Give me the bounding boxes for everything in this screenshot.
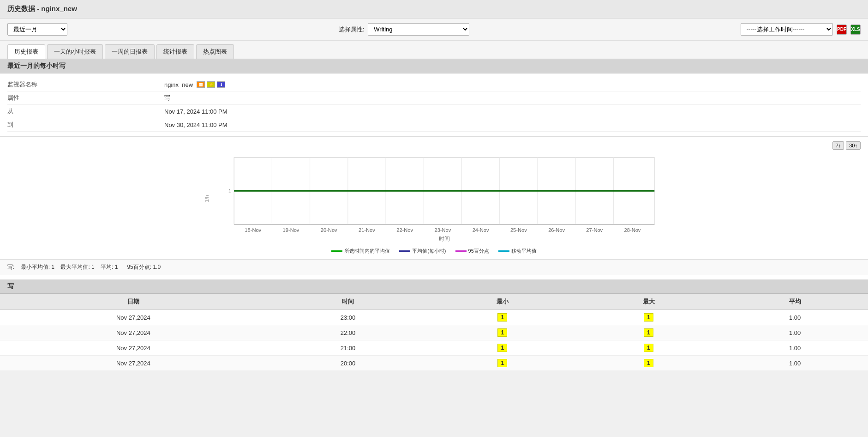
cell-avg: 1.00 xyxy=(722,325,868,340)
table-row: Nov 27,2024 21:00 1 1 1.00 xyxy=(0,340,868,356)
attr-label-cell: 属性 xyxy=(7,94,164,102)
monitor-name-text: nginx_new xyxy=(164,81,193,88)
from-row: 从 Nov 17, 2024 11:00 PM xyxy=(7,105,861,118)
pdf-export-button[interactable]: PDF xyxy=(837,24,847,35)
cell-min: 1 xyxy=(429,340,575,356)
svg-text:24-Nov: 24-Nov xyxy=(473,227,489,233)
monitor-icons: ▦ ⚡ ℹ xyxy=(197,81,225,88)
tab-daily[interactable]: 一周的日报表 xyxy=(105,44,155,59)
period-select[interactable]: 最近一月最近一周最近一天最近三月 xyxy=(7,23,67,36)
monitor-name-row: 监视器名称 nginx_new ▦ ⚡ ℹ xyxy=(7,78,861,91)
monitor-name-value: nginx_new ▦ ⚡ ℹ xyxy=(164,80,861,89)
legend-p95: 95百分点 xyxy=(455,248,489,255)
line-chart-icon[interactable]: ⚡ xyxy=(207,81,215,88)
svg-text:1: 1 xyxy=(228,188,232,194)
stats-p95: 95百分点: 1.0 xyxy=(127,264,161,270)
time-and-export-container: -----选择工作时间------ PDF XLS xyxy=(741,23,861,36)
cell-max: 1 xyxy=(575,340,722,356)
chart-container: 1 1/h 18-Nov 19-Nov 20-Nov 21-Nov 22-Nov… xyxy=(7,152,861,245)
to-label: 到 xyxy=(7,121,164,129)
toolbar: 最近一月最近一周最近一天最近三月 选择属性: WritingReading --… xyxy=(0,18,868,41)
legend-avg-hourly-line xyxy=(399,250,410,252)
data-table-header: 写 xyxy=(0,279,868,294)
col-max: 最大 xyxy=(575,294,722,310)
legend-p95-line xyxy=(455,250,467,252)
legend-avg-all-line xyxy=(331,250,342,252)
legend-moving-avg-label: 移动平均值 xyxy=(511,248,537,255)
attr-label: 选择属性: xyxy=(339,25,365,34)
data-table: 日期 时间 最小 最大 平均 Nov 27,2024 23:00 1 1 1.0… xyxy=(0,294,868,371)
chart-legend: 所选时间内的平均值 平均值(每小时) 95百分点 移动平均值 xyxy=(7,248,861,255)
monitor-name-label: 监视器名称 xyxy=(7,80,164,89)
period-selector-container: 最近一月最近一周最近一天最近三月 xyxy=(7,23,67,36)
chart-area: 7↑ 30↑ xyxy=(0,137,868,259)
svg-text:18-Nov: 18-Nov xyxy=(245,227,261,233)
tab-heatmap[interactable]: 热点图表 xyxy=(196,44,234,59)
col-min: 最小 xyxy=(429,294,575,310)
stats-min: 最小平均值: 1 xyxy=(21,264,54,270)
col-avg: 平均 xyxy=(722,294,868,310)
cell-date: Nov 27,2024 xyxy=(0,310,267,325)
legend-avg-hourly: 平均值(每小时) xyxy=(399,248,446,255)
table-row: Nov 27,2024 22:00 1 1 1.00 xyxy=(0,325,868,340)
svg-text:时间: 时间 xyxy=(439,236,450,242)
svg-text:25-Nov: 25-Nov xyxy=(510,227,527,233)
tab-hourly[interactable]: 一天的小时报表 xyxy=(47,44,103,59)
cell-max: 1 xyxy=(575,325,722,340)
legend-moving-avg-line xyxy=(498,250,509,252)
svg-text:1/h: 1/h xyxy=(204,195,210,202)
cell-date: Nov 27,2024 xyxy=(0,356,267,371)
legend-avg-all: 所选时间内的平均值 xyxy=(331,248,390,255)
svg-text:22-Nov: 22-Nov xyxy=(396,227,413,233)
attr-value-cell: 写 xyxy=(164,94,861,102)
stats-avg: 平均: 1 xyxy=(101,264,118,270)
tab-stats[interactable]: 统计报表 xyxy=(156,44,194,59)
svg-text:26-Nov: 26-Nov xyxy=(548,227,565,233)
attr-select[interactable]: WritingReading xyxy=(368,23,469,36)
chart-svg: 1 1/h 18-Nov 19-Nov 20-Nov 21-Nov 22-Nov… xyxy=(7,152,861,245)
info-table: 监视器名称 nginx_new ▦ ⚡ ℹ 属性 写 从 Nov 17, 202… xyxy=(0,73,868,137)
time-select[interactable]: -----选择工作时间------ xyxy=(741,23,833,36)
attr-row: 属性 写 xyxy=(7,91,861,105)
legend-avg-all-label: 所选时间内的平均值 xyxy=(344,248,390,255)
legend-avg-hourly-label: 平均值(每小时) xyxy=(412,248,446,255)
cell-date: Nov 27,2024 xyxy=(0,325,267,340)
bar-chart-icon[interactable]: ▦ xyxy=(197,81,205,88)
attr-selector-container: 选择属性: WritingReading xyxy=(77,23,731,36)
col-date: 日期 xyxy=(0,294,267,310)
legend-moving-avg: 移动平均值 xyxy=(498,248,537,255)
svg-text:21-Nov: 21-Nov xyxy=(359,227,375,233)
legend-p95-label: 95百分点 xyxy=(468,248,489,255)
tab-history[interactable]: 历史报表 xyxy=(7,44,45,59)
table-header-row: 日期 时间 最小 最大 平均 xyxy=(0,294,868,310)
cell-max: 1 xyxy=(575,356,722,371)
col-time: 时间 xyxy=(267,294,430,310)
cell-time: 22:00 xyxy=(267,325,430,340)
zoom-30-button[interactable]: 30↑ xyxy=(846,141,861,150)
data-table-section: 写 日期 时间 最小 最大 平均 Nov 27,2024 23:00 1 1 1… xyxy=(0,279,868,371)
to-row: 到 Nov 30, 2024 11:00 PM xyxy=(7,118,861,132)
info-icon[interactable]: ℹ xyxy=(217,81,225,88)
cell-avg: 1.00 xyxy=(722,356,868,371)
cell-time: 21:00 xyxy=(267,340,430,356)
svg-text:28-Nov: 28-Nov xyxy=(624,227,641,233)
svg-text:19-Nov: 19-Nov xyxy=(283,227,299,233)
page-title: 历史数据 - nginx_new xyxy=(0,0,868,18)
section-header: 最近一月的每小时写 xyxy=(0,59,868,73)
cell-time: 23:00 xyxy=(267,310,430,325)
from-value: Nov 17, 2024 11:00 PM xyxy=(164,107,861,115)
tabs-bar: 历史报表 一天的小时报表 一周的日报表 统计报表 热点图表 xyxy=(0,41,868,59)
zoom-7-button[interactable]: 7↑ xyxy=(832,141,844,150)
xls-export-button[interactable]: XLS xyxy=(850,24,861,35)
svg-text:27-Nov: 27-Nov xyxy=(586,227,603,233)
zoom-buttons: 7↑ 30↑ xyxy=(7,141,861,150)
stats-prefix: 写: xyxy=(7,264,14,270)
table-row: Nov 27,2024 23:00 1 1 1.00 xyxy=(0,310,868,325)
svg-text:20-Nov: 20-Nov xyxy=(321,227,337,233)
content-area: 最近一月的每小时写 监视器名称 nginx_new ▦ ⚡ ℹ 属性 写 从 N… xyxy=(0,59,868,371)
stats-bar: 写: 最小平均值: 1 最大平均值: 1 平均: 1 95百分点: 1.0 xyxy=(0,259,868,275)
cell-avg: 1.00 xyxy=(722,310,868,325)
cell-max: 1 xyxy=(575,310,722,325)
cell-date: Nov 27,2024 xyxy=(0,340,267,356)
from-label: 从 xyxy=(7,107,164,115)
